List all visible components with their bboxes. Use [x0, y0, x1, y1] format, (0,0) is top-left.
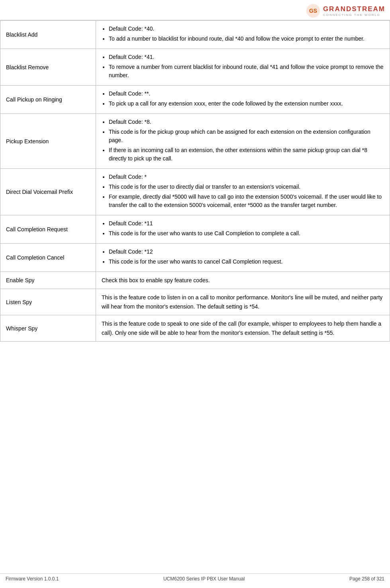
main-content: Blacklist AddDefault Code: *40.To add a …: [0, 20, 390, 365]
row-label: Blacklist Add: [0, 21, 96, 49]
row-label: Pickup Extension: [0, 114, 96, 169]
feature-codes-table: Blacklist AddDefault Code: *40.To add a …: [0, 20, 390, 342]
table-row: Blacklist AddDefault Code: *40.To add a …: [0, 21, 390, 49]
row-label: Enable Spy: [0, 272, 96, 289]
row-label: Call Completion Request: [0, 215, 96, 244]
bullet-item: Default Code: **.: [109, 90, 384, 98]
row-label: Whisper Spy: [0, 315, 96, 342]
table-row: Enable SpyCheck this box to enable spy f…: [0, 272, 390, 289]
table-row: Listen SpyThis is the feature code to li…: [0, 289, 390, 315]
row-label: Direct Dial Voicemail Prefix: [0, 169, 96, 215]
row-content: Default Code: *41.To remove a number fro…: [96, 49, 390, 86]
footer-page: Page 258 of 321: [349, 576, 384, 582]
table-row: Call Pickup on RingingDefault Code: **.T…: [0, 86, 390, 114]
table-row: Call Completion RequestDefault Code: *11…: [0, 215, 390, 244]
table-row: Whisper SpyThis is the feature code to s…: [0, 315, 390, 342]
row-content: Check this box to enable spy feature cod…: [96, 272, 390, 289]
bullet-item: Default Code: *40.: [109, 25, 384, 33]
bullet-item: To remove a number from current blacklis…: [109, 63, 384, 80]
bullet-item: To add a number to blacklist for inbound…: [109, 35, 384, 43]
svg-text:GS: GS: [309, 8, 317, 14]
table-row: Call Completion CancelDefault Code: *12T…: [0, 244, 390, 272]
bullet-item: Default Code: *12: [109, 248, 384, 256]
bullet-item: This code is for the user who wants to c…: [109, 258, 384, 266]
row-label: Listen Spy: [0, 289, 96, 315]
logo-brand-text: GRANDSTREAM: [323, 5, 385, 13]
logo: GS GRANDSTREAM CONNECTING THE WORLD: [306, 3, 385, 18]
row-content: Default Code: **.To pick up a call for a…: [96, 86, 390, 114]
table-row: Pickup ExtensionDefault Code: *8.This co…: [0, 114, 390, 169]
table-row: Direct Dial Voicemail PrefixDefault Code…: [0, 169, 390, 215]
table-row: Blacklist RemoveDefault Code: *41.To rem…: [0, 49, 390, 86]
row-label: Blacklist Remove: [0, 49, 96, 86]
row-label: Call Completion Cancel: [0, 244, 96, 272]
bullet-item: For example, directly dial *5000 will ha…: [109, 193, 384, 209]
page-header: GS GRANDSTREAM CONNECTING THE WORLD: [0, 0, 390, 20]
bullet-item: This code is for the user to directly di…: [109, 183, 384, 191]
page-footer: Firmware Version 1.0.0.1 UCM6200 Series …: [0, 573, 390, 582]
row-content: Default Code: *This code is for the user…: [96, 169, 390, 215]
row-content: This is the feature code to speak to one…: [96, 315, 390, 342]
footer-title: UCM6200 Series IP PBX User Manual: [163, 576, 245, 582]
row-content: Default Code: *8.This code is for the pi…: [96, 114, 390, 169]
bullet-item: This code is for the user who wants to u…: [109, 229, 384, 238]
row-content: Default Code: *40.To add a number to bla…: [96, 21, 390, 49]
bullet-item: If there is an incoming call to an exten…: [109, 146, 384, 163]
bullet-item: Default Code: *: [109, 173, 384, 181]
bullet-item: To pick up a call for any extension xxxx…: [109, 100, 384, 108]
grandstream-logo-icon: GS: [306, 3, 321, 18]
row-content: This is the feature code to listen in on…: [96, 289, 390, 315]
bullet-item: Default Code: *11: [109, 219, 384, 228]
bullet-item: This code is for the pickup group which …: [109, 128, 384, 145]
footer-firmware: Firmware Version 1.0.0.1: [6, 576, 59, 582]
row-label: Call Pickup on Ringing: [0, 86, 96, 114]
logo-tagline: CONNECTING THE WORLD: [323, 13, 385, 17]
row-content: Default Code: *12This code is for the us…: [96, 244, 390, 272]
bullet-item: Default Code: *8.: [109, 118, 384, 126]
bullet-item: Default Code: *41.: [109, 53, 384, 61]
row-content: Default Code: *11This code is for the us…: [96, 215, 390, 244]
